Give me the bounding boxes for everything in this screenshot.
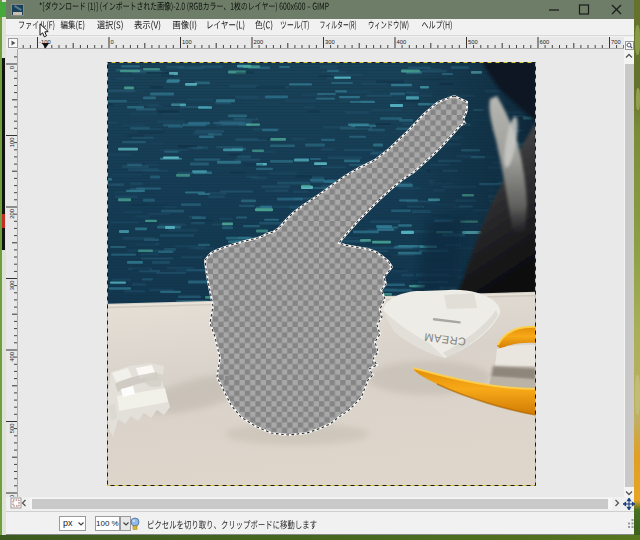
- svg-text:700: 700: [611, 39, 621, 45]
- svg-text:200: 200: [254, 39, 264, 45]
- svg-text:300: 300: [325, 39, 335, 45]
- svg-text:600: 600: [540, 39, 550, 45]
- svg-text:0: 0: [111, 39, 114, 45]
- svg-text:500: 500: [468, 39, 478, 45]
- svg-text:0: 0: [9, 66, 15, 69]
- svg-text:400: 400: [397, 39, 407, 45]
- svg-text:100: 100: [182, 39, 192, 45]
